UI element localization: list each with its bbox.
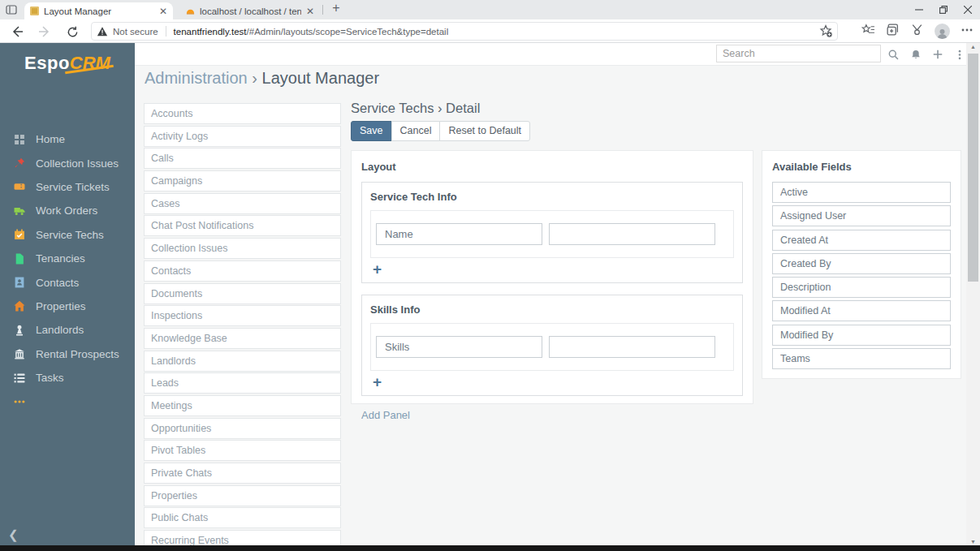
entity-list-item[interactable]: Inspections [144,305,341,326]
new-tab-button[interactable]: + [328,1,344,15]
sidebar-item-label: Home [36,133,65,145]
layout-row: Skills [370,323,734,371]
tab-actions-icon[interactable] [6,4,17,19]
browser-essentials-icon[interactable] [910,23,924,40]
sidebar-item-landlords[interactable]: Landlords [0,318,135,342]
add-row-button[interactable]: + [370,258,382,279]
entity-list-item[interactable]: Campaigns [144,170,341,192]
entity-list-item[interactable]: Landlords [144,351,341,372]
sidebar-item-tenancies[interactable]: Tenancies [0,247,135,270]
available-field[interactable]: Assigned User [772,205,951,226]
editor-scope: Service Techs [351,101,434,115]
espocrm-logo[interactable]: EspoCRM [0,53,135,74]
entity-list-item[interactable]: Contacts [144,260,341,282]
entity-list-item[interactable]: Leads [144,372,341,394]
add-panel-link[interactable]: Add Panel [361,409,410,421]
close-window-button[interactable] [956,0,980,19]
editor-type: Detail [446,101,480,115]
sidebar-item-collection-issues[interactable]: Collection Issues [0,151,135,174]
espo-content: Administration › Layout Manager Accounts… [135,66,966,545]
sidebar-item-work-orders[interactable]: Work Orders [0,199,135,222]
favorites-bar-icon[interactable] [861,23,875,40]
available-field[interactable]: Created At [772,230,951,251]
restore-button[interactable] [931,0,956,19]
kebab-menu-icon[interactable] [952,47,967,62]
calendar-check-icon [14,229,25,240]
browser-toolbar-icons [861,23,974,40]
layout-card: Layout Service Tech Info Name + Skills I… [351,150,753,404]
add-row-button[interactable]: + [370,371,382,392]
entity-list-item[interactable]: Pivot Tables [144,440,341,461]
scrollbar-up-arrow[interactable]: ▲ [966,44,980,50]
plus-icon[interactable] [930,47,945,62]
available-field[interactable]: Description [772,277,951,298]
bell-icon[interactable] [909,47,923,62]
sidebar-item-properties[interactable]: Properties [0,295,135,318]
url-host: tenantfriendly.test [174,27,247,37]
sidebar-item-home[interactable]: Home [0,127,135,151]
available-field[interactable]: Teams [772,348,951,369]
sidebar-item-rental-prospects[interactable]: Rental Prospects [0,342,135,366]
layout-cell-skills[interactable]: Skills [376,336,542,358]
pin-icon [14,157,25,169]
tab-title: localhost / localhost / tenantfrie [200,6,301,16]
sidebar-item-label: Service Techs [36,229,104,241]
refresh-icon[interactable] [63,23,81,41]
entity-list-item[interactable]: Properties [144,485,341,506]
tab-title: Layout Manager [44,6,154,16]
available-field[interactable]: Active [772,182,951,203]
profile-avatar[interactable] [935,24,950,39]
security-label[interactable]: Not secure [113,27,158,37]
entity-list-item[interactable]: Collection Issues [144,238,341,259]
window-controls [907,0,980,19]
scrollbar-down-arrow[interactable]: ▼ [966,539,980,545]
entity-list-item[interactable]: Documents [144,283,341,304]
search-input[interactable] [716,45,881,62]
browser-tab-inactive[interactable]: localhost / localhost / tenantfrie ✕ [180,2,320,19]
back-icon[interactable] [8,23,26,41]
browser-tab-active[interactable]: Layout Manager ✕ [24,2,173,19]
entity-list-item[interactable]: Chat Post Notifications [144,215,341,236]
entity-list-item[interactable]: Public Chats [144,507,341,528]
page-scrollbar[interactable]: ▲ ▼ [966,43,980,545]
sidebar-item-tasks[interactable]: Tasks [0,366,135,390]
save-button[interactable]: Save [351,121,392,141]
entity-list-item[interactable]: Knowledge Base [144,328,341,349]
entity-list-item[interactable]: Accounts [144,103,341,124]
sidebar-item-label: Contacts [36,277,79,289]
available-field[interactable]: Modified At [772,300,951,321]
address-bar[interactable]: Not secure tenantfriendly.test/#Admin/la… [91,22,838,41]
sidebar-item-service-techs[interactable]: Service Techs [0,223,135,247]
sidebar-item-service-tickets[interactable]: Service Tickets [0,175,135,199]
entity-list-item[interactable]: Opportunities [144,418,341,439]
entity-list-item[interactable]: Cases [144,193,341,214]
search-icon[interactable] [886,47,900,62]
available-field[interactable]: Modified By [772,325,951,346]
available-fields-title: Available Fields [772,161,951,173]
layout-cell-empty[interactable] [549,223,715,245]
sidebar-item-contacts[interactable]: Contacts [0,270,135,294]
settings-menu-icon[interactable] [961,24,974,40]
available-field[interactable]: Created By [772,253,951,274]
add-favorite-icon[interactable] [819,24,832,39]
breadcrumb-administration-link[interactable]: Administration [145,69,248,87]
reset-to-default-button[interactable]: Reset to Default [439,121,530,141]
close-tab-icon[interactable]: ✕ [159,6,167,17]
close-tab-icon[interactable]: ✕ [306,6,314,17]
entity-list-item[interactable]: Activity Logs [144,126,341,147]
entity-list-item[interactable]: Calls [144,148,341,169]
collections-icon[interactable] [886,23,900,40]
cancel-button[interactable]: Cancel [391,121,441,141]
entity-list: Accounts Activity Logs Calls Campaigns C… [144,103,341,551]
layout-cell-empty[interactable] [549,336,715,358]
layout-cell-name[interactable]: Name [376,223,542,245]
entity-list-item[interactable]: Private Chats [144,463,341,484]
sidebar-collapse-icon[interactable]: ❮ [8,527,19,542]
minimize-button[interactable] [907,0,931,19]
scrollbar-thumb[interactable] [968,54,978,282]
sidebar-item-label: Work Orders [36,204,97,217]
forward-icon[interactable] [36,23,54,41]
sidebar-item-more[interactable] [0,390,135,413]
entity-list-item[interactable]: Meetings [144,395,341,416]
url-path: /#Admin/layouts/scope=ServiceTech&type=d… [247,27,449,37]
